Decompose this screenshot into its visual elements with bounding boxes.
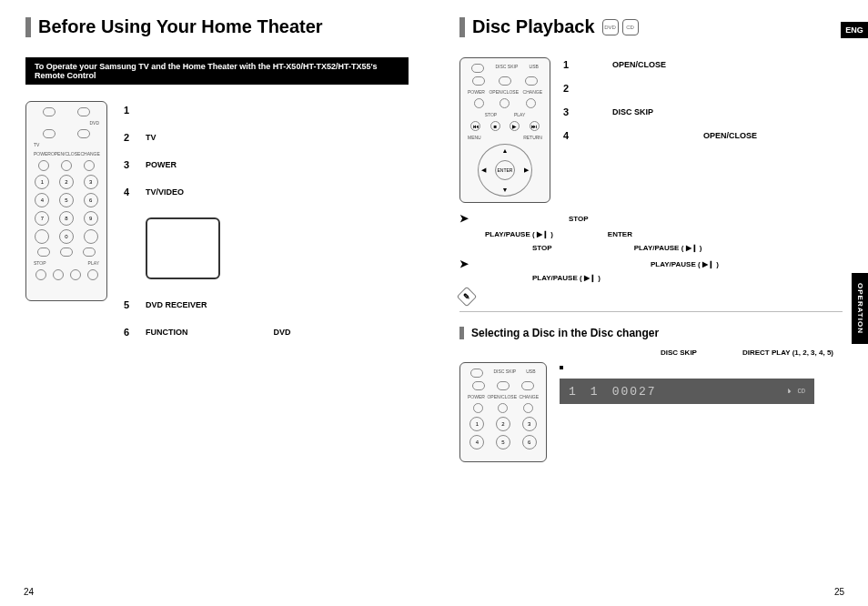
step-5: 5DVD RECEIVER (124, 299, 409, 310)
heading-bar (459, 17, 465, 37)
lcd-track: 1 (569, 385, 578, 399)
left-page: Before Using Your Home Theater To Operat… (0, 0, 434, 606)
selecting-disc-title: Selecting a Disc in the Disc changer (471, 327, 659, 339)
lcd-index: 1 (590, 385, 600, 399)
lcd-icons: ⏵ CD (787, 388, 805, 395)
right-title: Disc Playback (472, 16, 595, 37)
bullet-icon (560, 366, 563, 369)
step-6: 6FUNCTIONDVD (124, 327, 409, 338)
disc-step-1: 1OPEN/CLOSE (563, 59, 843, 70)
enter-label: ENTER (608, 230, 632, 238)
dpad: ▲ ▼ ◀ ▶ ENTER (478, 144, 532, 197)
disc-step-2: 2 (563, 83, 843, 94)
right-page: ENG OPERATION Disc Playback DVD CD DISC … (434, 0, 868, 606)
arrow-icon: ➤ (459, 258, 469, 270)
disc-skip-label: DISC SKIP (661, 348, 697, 357)
step-4: 4TV/VIDEO (124, 187, 184, 197)
remote-illustration-bottom: DISC SKIPUSB POWEROPEN/CLOSECHANGE 123 4… (459, 362, 547, 462)
step-1: 1 (124, 105, 409, 116)
selecting-disc-heading: Selecting a Disc in the Disc changer (459, 327, 843, 339)
page-number-left: 24 (24, 587, 34, 597)
remote-illustration-disc: DISC SKIPUSB POWEROPEN/CLOSECHANGE STOPP… (459, 57, 550, 203)
cd-icon: CD (622, 19, 639, 35)
language-tab: ENG (841, 22, 868, 38)
dvd-icon: DVD (602, 19, 619, 35)
play-pause-label-4: PLAY/PAUSE ( ▶❙ ) (532, 274, 601, 282)
play-pause-label-3: PLAY/PAUSE ( ▶❙ ) (651, 260, 719, 268)
stop-label-2: STOP (532, 244, 552, 252)
right-heading: Disc Playback DVD CD (459, 16, 843, 37)
tv-mode-button (43, 129, 56, 138)
arrow-icon: ➤ (459, 212, 469, 225)
step-3: 3POWER (124, 159, 409, 170)
direct-play-label: DIRECT PLAY (1, 2, 3, 4, 5) (742, 348, 833, 357)
left-steps: 1 2TV 3POWER 4TV/VIDEO 5DVD RECEIVER 6FU… (124, 101, 409, 338)
disc-type-icons: DVD CD (602, 19, 639, 35)
enter-button: ENTER (495, 160, 515, 180)
dvd-mode-button (77, 107, 90, 116)
disc-step-4: 4OPEN/CLOSE (563, 130, 843, 141)
stop-label: STOP (569, 215, 589, 223)
play-pause-label-2: PLAY/PAUSE ( ▶❙ ) (634, 244, 702, 252)
play-pause-label: PLAY/PAUSE ( ▶❙ ) (485, 230, 553, 238)
step-2: 2TV (124, 132, 409, 143)
numpad: 123 456 789 0 (32, 175, 101, 244)
divider (459, 311, 843, 312)
lcd-display: 1 1 00027 ⏵ CD (560, 379, 814, 404)
remote-illustration-left: DVD TV POWEROPEN/CLOSECHANGE 123 456 789… (25, 101, 107, 301)
page-number-right: 25 (834, 587, 844, 597)
lcd-time: 00027 (612, 385, 657, 399)
tv-illustration (146, 217, 220, 279)
disc-step-3: 3DISC SKIP (563, 106, 843, 117)
instruction-bar: To Operate your Samsung TV and the Home … (25, 57, 409, 85)
left-heading: Before Using Your Home Theater (25, 16, 409, 37)
operation-tab: OPERATION (852, 273, 868, 344)
left-title: Before Using Your Home Theater (38, 16, 323, 37)
note-icon: ✎ (457, 287, 478, 308)
heading-bar (25, 17, 31, 37)
heading-bar-small (459, 327, 464, 339)
